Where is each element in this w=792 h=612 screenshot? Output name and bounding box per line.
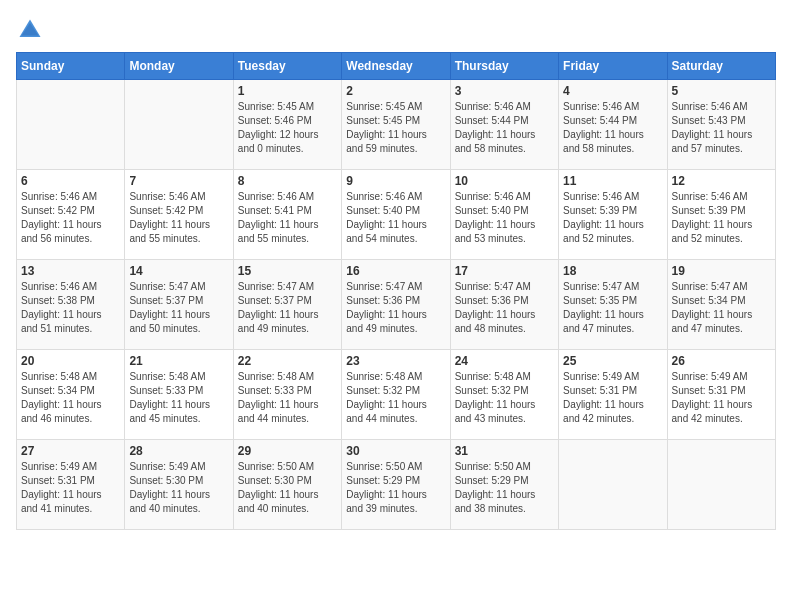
day-info: Sunrise: 5:46 AM Sunset: 5:40 PM Dayligh…	[455, 190, 554, 246]
day-info: Sunrise: 5:46 AM Sunset: 5:42 PM Dayligh…	[129, 190, 228, 246]
col-saturday: Saturday	[667, 53, 775, 80]
day-cell: 24Sunrise: 5:48 AM Sunset: 5:32 PM Dayli…	[450, 350, 558, 440]
day-number: 24	[455, 354, 554, 368]
col-thursday: Thursday	[450, 53, 558, 80]
day-cell: 7Sunrise: 5:46 AM Sunset: 5:42 PM Daylig…	[125, 170, 233, 260]
day-info: Sunrise: 5:47 AM Sunset: 5:36 PM Dayligh…	[346, 280, 445, 336]
day-number: 27	[21, 444, 120, 458]
day-info: Sunrise: 5:47 AM Sunset: 5:36 PM Dayligh…	[455, 280, 554, 336]
day-cell: 6Sunrise: 5:46 AM Sunset: 5:42 PM Daylig…	[17, 170, 125, 260]
day-number: 23	[346, 354, 445, 368]
day-info: Sunrise: 5:49 AM Sunset: 5:31 PM Dayligh…	[672, 370, 771, 426]
day-info: Sunrise: 5:49 AM Sunset: 5:31 PM Dayligh…	[21, 460, 120, 516]
calendar-header: Sunday Monday Tuesday Wednesday Thursday…	[17, 53, 776, 80]
day-cell: 11Sunrise: 5:46 AM Sunset: 5:39 PM Dayli…	[559, 170, 667, 260]
week-row-4: 20Sunrise: 5:48 AM Sunset: 5:34 PM Dayli…	[17, 350, 776, 440]
header-row: Sunday Monday Tuesday Wednesday Thursday…	[17, 53, 776, 80]
day-cell: 3Sunrise: 5:46 AM Sunset: 5:44 PM Daylig…	[450, 80, 558, 170]
day-cell	[17, 80, 125, 170]
day-number: 19	[672, 264, 771, 278]
logo-icon	[16, 16, 44, 44]
day-cell: 31Sunrise: 5:50 AM Sunset: 5:29 PM Dayli…	[450, 440, 558, 530]
day-info: Sunrise: 5:50 AM Sunset: 5:29 PM Dayligh…	[455, 460, 554, 516]
day-cell: 10Sunrise: 5:46 AM Sunset: 5:40 PM Dayli…	[450, 170, 558, 260]
day-number: 31	[455, 444, 554, 458]
day-info: Sunrise: 5:48 AM Sunset: 5:34 PM Dayligh…	[21, 370, 120, 426]
day-info: Sunrise: 5:50 AM Sunset: 5:29 PM Dayligh…	[346, 460, 445, 516]
day-number: 25	[563, 354, 662, 368]
day-cell: 18Sunrise: 5:47 AM Sunset: 5:35 PM Dayli…	[559, 260, 667, 350]
day-number: 9	[346, 174, 445, 188]
day-number: 15	[238, 264, 337, 278]
week-row-3: 13Sunrise: 5:46 AM Sunset: 5:38 PM Dayli…	[17, 260, 776, 350]
day-number: 30	[346, 444, 445, 458]
col-sunday: Sunday	[17, 53, 125, 80]
day-number: 17	[455, 264, 554, 278]
day-info: Sunrise: 5:46 AM Sunset: 5:38 PM Dayligh…	[21, 280, 120, 336]
day-cell: 2Sunrise: 5:45 AM Sunset: 5:45 PM Daylig…	[342, 80, 450, 170]
day-number: 20	[21, 354, 120, 368]
day-cell: 4Sunrise: 5:46 AM Sunset: 5:44 PM Daylig…	[559, 80, 667, 170]
day-cell	[667, 440, 775, 530]
page-header	[16, 16, 776, 44]
day-number: 11	[563, 174, 662, 188]
day-info: Sunrise: 5:46 AM Sunset: 5:44 PM Dayligh…	[563, 100, 662, 156]
day-info: Sunrise: 5:48 AM Sunset: 5:32 PM Dayligh…	[455, 370, 554, 426]
day-cell: 22Sunrise: 5:48 AM Sunset: 5:33 PM Dayli…	[233, 350, 341, 440]
day-number: 7	[129, 174, 228, 188]
day-info: Sunrise: 5:47 AM Sunset: 5:37 PM Dayligh…	[238, 280, 337, 336]
day-cell: 26Sunrise: 5:49 AM Sunset: 5:31 PM Dayli…	[667, 350, 775, 440]
week-row-2: 6Sunrise: 5:46 AM Sunset: 5:42 PM Daylig…	[17, 170, 776, 260]
day-info: Sunrise: 5:46 AM Sunset: 5:43 PM Dayligh…	[672, 100, 771, 156]
day-cell	[559, 440, 667, 530]
day-info: Sunrise: 5:47 AM Sunset: 5:34 PM Dayligh…	[672, 280, 771, 336]
day-info: Sunrise: 5:45 AM Sunset: 5:46 PM Dayligh…	[238, 100, 337, 156]
day-number: 2	[346, 84, 445, 98]
day-cell	[125, 80, 233, 170]
col-friday: Friday	[559, 53, 667, 80]
day-info: Sunrise: 5:45 AM Sunset: 5:45 PM Dayligh…	[346, 100, 445, 156]
week-row-5: 27Sunrise: 5:49 AM Sunset: 5:31 PM Dayli…	[17, 440, 776, 530]
day-cell: 16Sunrise: 5:47 AM Sunset: 5:36 PM Dayli…	[342, 260, 450, 350]
day-cell: 30Sunrise: 5:50 AM Sunset: 5:29 PM Dayli…	[342, 440, 450, 530]
day-number: 12	[672, 174, 771, 188]
day-cell: 8Sunrise: 5:46 AM Sunset: 5:41 PM Daylig…	[233, 170, 341, 260]
day-info: Sunrise: 5:49 AM Sunset: 5:31 PM Dayligh…	[563, 370, 662, 426]
day-info: Sunrise: 5:50 AM Sunset: 5:30 PM Dayligh…	[238, 460, 337, 516]
day-number: 4	[563, 84, 662, 98]
day-info: Sunrise: 5:49 AM Sunset: 5:30 PM Dayligh…	[129, 460, 228, 516]
col-tuesday: Tuesday	[233, 53, 341, 80]
day-info: Sunrise: 5:46 AM Sunset: 5:42 PM Dayligh…	[21, 190, 120, 246]
day-info: Sunrise: 5:46 AM Sunset: 5:41 PM Dayligh…	[238, 190, 337, 246]
day-cell: 29Sunrise: 5:50 AM Sunset: 5:30 PM Dayli…	[233, 440, 341, 530]
day-info: Sunrise: 5:46 AM Sunset: 5:40 PM Dayligh…	[346, 190, 445, 246]
day-number: 8	[238, 174, 337, 188]
day-number: 18	[563, 264, 662, 278]
day-cell: 21Sunrise: 5:48 AM Sunset: 5:33 PM Dayli…	[125, 350, 233, 440]
day-cell: 28Sunrise: 5:49 AM Sunset: 5:30 PM Dayli…	[125, 440, 233, 530]
day-info: Sunrise: 5:46 AM Sunset: 5:44 PM Dayligh…	[455, 100, 554, 156]
day-cell: 1Sunrise: 5:45 AM Sunset: 5:46 PM Daylig…	[233, 80, 341, 170]
calendar-table: Sunday Monday Tuesday Wednesday Thursday…	[16, 52, 776, 530]
day-cell: 20Sunrise: 5:48 AM Sunset: 5:34 PM Dayli…	[17, 350, 125, 440]
day-number: 14	[129, 264, 228, 278]
day-cell: 17Sunrise: 5:47 AM Sunset: 5:36 PM Dayli…	[450, 260, 558, 350]
day-number: 28	[129, 444, 228, 458]
calendar-body: 1Sunrise: 5:45 AM Sunset: 5:46 PM Daylig…	[17, 80, 776, 530]
day-number: 16	[346, 264, 445, 278]
logo	[16, 16, 48, 44]
day-cell: 13Sunrise: 5:46 AM Sunset: 5:38 PM Dayli…	[17, 260, 125, 350]
day-info: Sunrise: 5:47 AM Sunset: 5:37 PM Dayligh…	[129, 280, 228, 336]
day-number: 21	[129, 354, 228, 368]
day-info: Sunrise: 5:48 AM Sunset: 5:32 PM Dayligh…	[346, 370, 445, 426]
day-number: 29	[238, 444, 337, 458]
day-cell: 14Sunrise: 5:47 AM Sunset: 5:37 PM Dayli…	[125, 260, 233, 350]
day-info: Sunrise: 5:46 AM Sunset: 5:39 PM Dayligh…	[672, 190, 771, 246]
day-info: Sunrise: 5:47 AM Sunset: 5:35 PM Dayligh…	[563, 280, 662, 336]
day-number: 3	[455, 84, 554, 98]
day-cell: 5Sunrise: 5:46 AM Sunset: 5:43 PM Daylig…	[667, 80, 775, 170]
day-cell: 23Sunrise: 5:48 AM Sunset: 5:32 PM Dayli…	[342, 350, 450, 440]
day-cell: 9Sunrise: 5:46 AM Sunset: 5:40 PM Daylig…	[342, 170, 450, 260]
day-cell: 25Sunrise: 5:49 AM Sunset: 5:31 PM Dayli…	[559, 350, 667, 440]
week-row-1: 1Sunrise: 5:45 AM Sunset: 5:46 PM Daylig…	[17, 80, 776, 170]
